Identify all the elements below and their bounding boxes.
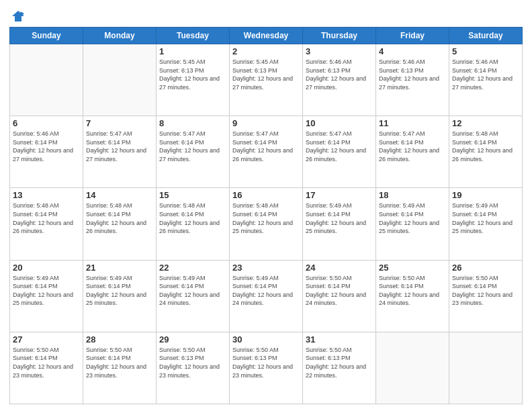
calendar-cell bbox=[449, 332, 523, 404]
day-number: 6 bbox=[13, 118, 80, 128]
day-info: Sunrise: 5:47 AM Sunset: 6:14 PM Dayligh… bbox=[159, 130, 226, 163]
day-number: 5 bbox=[452, 46, 519, 56]
calendar-cell: 10Sunrise: 5:47 AM Sunset: 6:14 PM Dayli… bbox=[303, 116, 376, 188]
day-info: Sunrise: 5:47 AM Sunset: 6:14 PM Dayligh… bbox=[379, 130, 446, 163]
day-info: Sunrise: 5:49 AM Sunset: 6:14 PM Dayligh… bbox=[306, 201, 373, 235]
calendar-cell: 3Sunrise: 5:46 AM Sunset: 6:13 PM Daylig… bbox=[303, 44, 376, 116]
calendar-cell: 28Sunrise: 5:50 AM Sunset: 6:14 PM Dayli… bbox=[83, 332, 157, 404]
day-number: 26 bbox=[452, 263, 519, 273]
weekday-header-tuesday: Tuesday bbox=[157, 28, 230, 44]
calendar-week-row-1: 1Sunrise: 5:45 AM Sunset: 6:13 PM Daylig… bbox=[10, 44, 523, 116]
calendar-cell: 21Sunrise: 5:49 AM Sunset: 6:14 PM Dayli… bbox=[83, 260, 157, 332]
calendar-cell: 12Sunrise: 5:48 AM Sunset: 6:14 PM Dayli… bbox=[449, 116, 523, 188]
calendar-cell: 11Sunrise: 5:47 AM Sunset: 6:14 PM Dayli… bbox=[376, 116, 449, 188]
calendar-cell: 20Sunrise: 5:49 AM Sunset: 6:14 PM Dayli… bbox=[10, 260, 83, 332]
day-info: Sunrise: 5:50 AM Sunset: 6:14 PM Dayligh… bbox=[452, 274, 519, 308]
calendar-week-row-2: 6Sunrise: 5:46 AM Sunset: 6:14 PM Daylig… bbox=[10, 116, 523, 188]
day-number: 7 bbox=[86, 118, 153, 128]
day-info: Sunrise: 5:48 AM Sunset: 6:14 PM Dayligh… bbox=[13, 201, 80, 235]
calendar-cell: 23Sunrise: 5:49 AM Sunset: 6:14 PM Dayli… bbox=[230, 260, 303, 332]
day-number: 11 bbox=[379, 118, 446, 128]
day-number: 25 bbox=[379, 263, 446, 273]
calendar-cell: 14Sunrise: 5:48 AM Sunset: 6:14 PM Dayli… bbox=[83, 188, 157, 260]
day-info: Sunrise: 5:49 AM Sunset: 6:14 PM Dayligh… bbox=[86, 274, 153, 308]
day-info: Sunrise: 5:49 AM Sunset: 6:14 PM Dayligh… bbox=[159, 274, 226, 308]
calendar-cell: 27Sunrise: 5:50 AM Sunset: 6:14 PM Dayli… bbox=[10, 332, 83, 404]
calendar-cell: 18Sunrise: 5:49 AM Sunset: 6:14 PM Dayli… bbox=[376, 188, 449, 260]
day-info: Sunrise: 5:48 AM Sunset: 6:14 PM Dayligh… bbox=[86, 201, 153, 235]
calendar-table: SundayMondayTuesdayWednesdayThursdayFrid… bbox=[9, 27, 523, 404]
day-info: Sunrise: 5:50 AM Sunset: 6:13 PM Dayligh… bbox=[232, 346, 300, 379]
day-number: 16 bbox=[232, 190, 300, 200]
day-number: 28 bbox=[86, 334, 153, 345]
calendar-cell: 26Sunrise: 5:50 AM Sunset: 6:14 PM Dayli… bbox=[449, 260, 523, 332]
day-number: 24 bbox=[306, 263, 373, 273]
day-number: 8 bbox=[159, 118, 226, 128]
calendar-cell: 6Sunrise: 5:46 AM Sunset: 6:14 PM Daylig… bbox=[10, 116, 83, 188]
weekday-header-saturday: Saturday bbox=[449, 28, 523, 44]
day-info: Sunrise: 5:47 AM Sunset: 6:14 PM Dayligh… bbox=[232, 130, 300, 163]
day-info: Sunrise: 5:49 AM Sunset: 6:14 PM Dayligh… bbox=[379, 201, 446, 235]
day-info: Sunrise: 5:47 AM Sunset: 6:14 PM Dayligh… bbox=[86, 130, 153, 163]
weekday-header-sunday: Sunday bbox=[10, 28, 83, 44]
header bbox=[9, 7, 523, 24]
day-info: Sunrise: 5:45 AM Sunset: 6:13 PM Dayligh… bbox=[159, 58, 226, 91]
day-number: 30 bbox=[232, 334, 300, 345]
calendar-cell: 4Sunrise: 5:46 AM Sunset: 6:13 PM Daylig… bbox=[376, 44, 449, 116]
calendar-cell: 30Sunrise: 5:50 AM Sunset: 6:13 PM Dayli… bbox=[230, 332, 303, 404]
day-info: Sunrise: 5:50 AM Sunset: 6:13 PM Dayligh… bbox=[159, 346, 226, 379]
calendar-cell: 19Sunrise: 5:49 AM Sunset: 6:14 PM Dayli… bbox=[449, 188, 523, 260]
day-info: Sunrise: 5:49 AM Sunset: 6:14 PM Dayligh… bbox=[232, 274, 300, 308]
calendar-cell: 29Sunrise: 5:50 AM Sunset: 6:13 PM Dayli… bbox=[157, 332, 230, 404]
calendar-cell: 2Sunrise: 5:45 AM Sunset: 6:13 PM Daylig… bbox=[230, 44, 303, 116]
day-number: 15 bbox=[159, 190, 226, 200]
weekday-header-thursday: Thursday bbox=[303, 28, 376, 44]
day-number: 29 bbox=[159, 334, 226, 345]
day-number: 31 bbox=[306, 334, 373, 345]
calendar-cell: 8Sunrise: 5:47 AM Sunset: 6:14 PM Daylig… bbox=[157, 116, 230, 188]
day-number: 4 bbox=[379, 46, 446, 56]
day-number: 10 bbox=[306, 118, 373, 128]
calendar-cell: 5Sunrise: 5:46 AM Sunset: 6:14 PM Daylig… bbox=[449, 44, 523, 116]
calendar-cell bbox=[376, 332, 449, 404]
day-info: Sunrise: 5:49 AM Sunset: 6:14 PM Dayligh… bbox=[13, 274, 80, 308]
day-info: Sunrise: 5:45 AM Sunset: 6:13 PM Dayligh… bbox=[232, 58, 300, 91]
day-info: Sunrise: 5:46 AM Sunset: 6:14 PM Dayligh… bbox=[452, 58, 519, 91]
day-info: Sunrise: 5:46 AM Sunset: 6:13 PM Dayligh… bbox=[379, 58, 446, 91]
day-number: 3 bbox=[306, 46, 373, 56]
title-section bbox=[32, 7, 523, 8]
logo bbox=[9, 9, 26, 24]
day-number: 9 bbox=[232, 118, 300, 128]
day-number: 27 bbox=[13, 334, 80, 345]
calendar-cell: 9Sunrise: 5:47 AM Sunset: 6:14 PM Daylig… bbox=[230, 116, 303, 188]
calendar-week-row-3: 13Sunrise: 5:48 AM Sunset: 6:14 PM Dayli… bbox=[10, 188, 523, 260]
day-number: 23 bbox=[232, 263, 300, 273]
day-info: Sunrise: 5:50 AM Sunset: 6:14 PM Dayligh… bbox=[379, 274, 446, 308]
calendar-cell bbox=[83, 44, 157, 116]
day-info: Sunrise: 5:50 AM Sunset: 6:14 PM Dayligh… bbox=[13, 346, 80, 379]
day-info: Sunrise: 5:48 AM Sunset: 6:14 PM Dayligh… bbox=[452, 130, 519, 163]
calendar-cell: 15Sunrise: 5:48 AM Sunset: 6:14 PM Dayli… bbox=[157, 188, 230, 260]
day-number: 14 bbox=[86, 190, 153, 200]
calendar-cell: 1Sunrise: 5:45 AM Sunset: 6:13 PM Daylig… bbox=[157, 44, 230, 116]
weekday-header-row: SundayMondayTuesdayWednesdayThursdayFrid… bbox=[10, 28, 523, 44]
calendar-week-row-5: 27Sunrise: 5:50 AM Sunset: 6:14 PM Dayli… bbox=[10, 332, 523, 404]
day-number: 22 bbox=[159, 263, 226, 273]
day-number: 19 bbox=[452, 190, 519, 200]
day-info: Sunrise: 5:48 AM Sunset: 6:14 PM Dayligh… bbox=[159, 201, 226, 235]
day-info: Sunrise: 5:50 AM Sunset: 6:14 PM Dayligh… bbox=[306, 274, 373, 308]
calendar-cell: 25Sunrise: 5:50 AM Sunset: 6:14 PM Dayli… bbox=[376, 260, 449, 332]
calendar-cell: 7Sunrise: 5:47 AM Sunset: 6:14 PM Daylig… bbox=[83, 116, 157, 188]
day-number: 21 bbox=[86, 263, 153, 273]
day-info: Sunrise: 5:48 AM Sunset: 6:14 PM Dayligh… bbox=[232, 201, 300, 235]
svg-marker-0 bbox=[12, 11, 24, 21]
day-number: 18 bbox=[379, 190, 446, 200]
calendar-cell: 16Sunrise: 5:48 AM Sunset: 6:14 PM Dayli… bbox=[230, 188, 303, 260]
day-number: 13 bbox=[13, 190, 80, 200]
page: SundayMondayTuesdayWednesdayThursdayFrid… bbox=[0, 0, 532, 411]
day-number: 2 bbox=[232, 46, 300, 56]
weekday-header-wednesday: Wednesday bbox=[230, 28, 303, 44]
day-number: 12 bbox=[452, 118, 519, 128]
day-info: Sunrise: 5:49 AM Sunset: 6:14 PM Dayligh… bbox=[452, 201, 519, 235]
calendar-cell bbox=[10, 44, 83, 116]
